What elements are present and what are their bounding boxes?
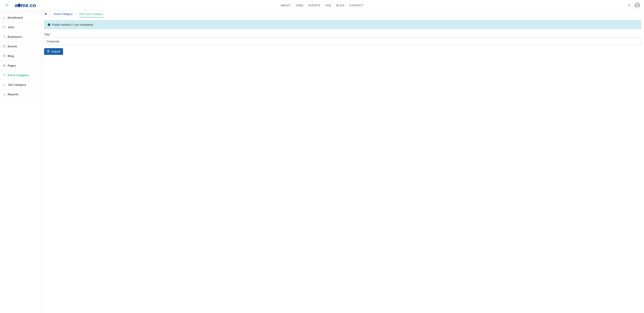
chevron-right-icon [50,13,52,18]
menu-toggle[interactable] [4,3,10,8]
breadcrumb-current: Edit Event Category [80,13,104,18]
svg-rect-7 [3,27,5,28]
svg-point-6 [636,4,638,6]
mandatory-alert: Fields marked (*) are mandatory [44,20,641,29]
sidebar-item-event-category[interactable]: Event Category [0,70,41,80]
book-icon [3,55,6,58]
app-header: ame.co ABOUT JOBS EVENTS FAQ BLOG CONTAC… [0,0,644,11]
chart-icon [3,93,6,96]
svg-point-31 [49,24,49,24]
briefcase-icon [3,26,6,29]
logo[interactable]: ame.co [14,2,36,9]
arrow-circle-icon [47,50,50,53]
sidebar-item-label: Employers [8,35,22,38]
sidebar-item-jobs[interactable]: Jobs [0,23,41,32]
title-label: Title* [44,33,641,36]
avatar[interactable] [634,3,640,8]
alert-text: Fields marked (*) are mandatory [52,23,93,26]
sidebar-item-events[interactable]: Events [0,42,41,51]
nav-events[interactable]: EVENTS [308,3,321,8]
main-content: Event Category Edit Event Category Field… [42,11,644,313]
home-icon [3,16,6,19]
avatar-icon [634,3,640,8]
svg-point-3 [628,4,630,6]
top-nav: ABOUT JOBS EVENTS FAQ BLOG CONTACT [280,3,364,8]
breadcrumb-event-category[interactable]: Event Category [54,13,73,18]
sidebar-item-employers[interactable]: Employers [0,32,41,42]
sidebar-item-label: Events [8,45,17,48]
svg-line-4 [630,6,630,7]
menu-icon [5,4,8,7]
sidebar-item-pages[interactable]: Pages [0,61,41,70]
sidebar-item-label: Blog [8,54,14,58]
sidebar-item-label: Jobs [8,26,14,29]
sidebar-item-reports[interactable]: Reports [0,90,41,99]
submit-label: Submit [51,50,60,53]
svg-point-22 [3,84,3,84]
search-button[interactable] [626,3,632,8]
submit-button[interactable]: Submit [44,48,63,55]
sidebar-item-dashboard[interactable]: Dashboard [0,13,41,23]
nav-faq[interactable]: FAQ [324,3,332,8]
nav-blog[interactable]: BLOG [336,3,345,8]
breadcrumb-home[interactable] [44,13,47,17]
sidebar-item-blog[interactable]: Blog [0,51,41,61]
svg-point-23 [3,85,3,85]
svg-point-8 [4,36,4,37]
svg-point-24 [3,85,3,86]
title-input[interactable] [44,38,641,45]
sidebar-item-label: Reports [8,93,18,96]
sidebar-item-label: Event Category [8,74,29,77]
sidebar: Dashboard Jobs Employers Events Blog Pag… [0,11,42,313]
nav-contact[interactable]: CONTACT [349,3,364,8]
chevron-right-icon [75,13,77,18]
list-icon [3,83,6,86]
layers-icon [3,74,6,77]
header-right [626,3,640,8]
sidebar-item-label: Job Category [8,83,26,86]
sidebar-item-label: Pages [8,64,16,67]
user-icon [3,35,6,38]
calendar-icon [3,45,6,48]
sidebar-item-job-category[interactable]: Job Category [0,80,41,90]
logo-diamond-icon [17,3,22,8]
search-icon [628,4,631,7]
home-icon [44,13,47,15]
nav-about[interactable]: ABOUT [280,3,292,8]
globe-icon [3,64,6,67]
nav-jobs[interactable]: JOBS [295,3,304,8]
sidebar-item-label: Dashboard [8,16,22,19]
logo-text: ame.co [14,2,36,9]
breadcrumb: Event Category Edit Event Category [42,11,644,17]
svg-rect-9 [3,46,5,48]
svg-rect-13 [3,55,5,57]
info-icon [48,23,50,26]
